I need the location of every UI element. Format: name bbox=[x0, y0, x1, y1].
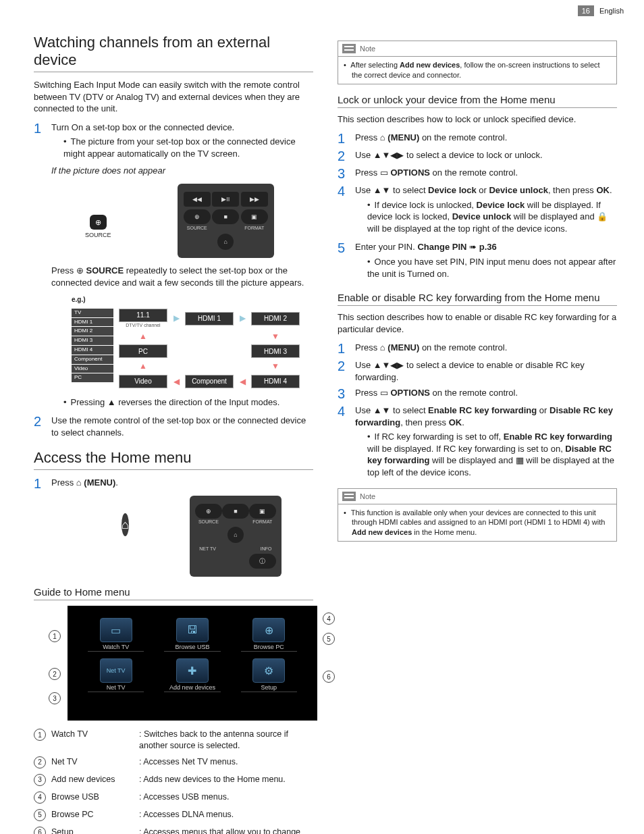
callout-4: 4 bbox=[323, 613, 335, 625]
callout-2: 2 bbox=[49, 668, 61, 680]
right-column: Note After selecting Add new devices, fo… bbox=[338, 34, 617, 834]
flow-grid: 11.1 DTV/TV channel ▶ HDMI 1 ▶ HDMI 2 ▲ bbox=[119, 309, 300, 391]
add-icon: ✚ bbox=[176, 658, 209, 683]
note-1-body: After selecting Add new devices, follow … bbox=[338, 56, 616, 84]
rc-step-1: Press ⌂ (MENU) on the remote control. bbox=[355, 342, 617, 355]
page-language: English bbox=[599, 7, 624, 15]
home-watch-tv: ▭Watch TV bbox=[88, 618, 144, 652]
eg-label: e.g.) bbox=[72, 295, 313, 305]
rc-step-4: Use ▲▼ to select Enable RC key forwardin… bbox=[355, 405, 617, 481]
step-2: Use the remote control of the set-top bo… bbox=[51, 415, 313, 438]
home-add-devices: ✚Add new devices bbox=[164, 658, 220, 692]
play-pause-icon: ▶II bbox=[212, 192, 239, 207]
lock-step-5: Enter your PIN. Change PIN ➠ p.36 Once y… bbox=[355, 241, 617, 282]
lock-step-5-sub: Once you have set PIN, PIN input menu do… bbox=[367, 256, 617, 280]
note-box-2: Note This function is available only whe… bbox=[338, 488, 617, 542]
heading-lock-unlock: Lock or unlock your device from the Home… bbox=[338, 94, 617, 108]
callout-1: 1 bbox=[49, 630, 61, 642]
page-header: 16 English bbox=[578, 5, 624, 16]
arrow-right-icon: ▶ bbox=[238, 313, 247, 323]
heading-watching-channels: Watching channels from an external devic… bbox=[34, 34, 313, 72]
home-menu-screenshot: ▭Watch TV 🖫Browse USB ⊕Browse PC Net TVN… bbox=[68, 606, 317, 721]
note-2-body: This function is available only when you… bbox=[338, 504, 616, 542]
home-browse-usb: 🖫Browse USB bbox=[164, 618, 220, 652]
press-source-text: Press ⊕ SOURCE repeatedly to select the … bbox=[51, 265, 313, 288]
input-list: TV HDMI 1 HDMI 2 HDMI 3 HDMI 4 Component… bbox=[72, 309, 113, 391]
home-inline-icon: ⌂ bbox=[76, 477, 82, 488]
callout-5: 5 bbox=[323, 633, 335, 645]
home-step-1: Press ⌂ (MENU). bbox=[51, 477, 313, 490]
home-setup: ⚙Setup bbox=[241, 658, 297, 692]
heading-access-home: Access the Home menu bbox=[34, 449, 313, 470]
note-icon bbox=[342, 44, 356, 53]
lock-inline-icon: 🔒 bbox=[597, 211, 608, 221]
rc-intro: This section describes how to enable or … bbox=[338, 311, 617, 335]
step-1: Turn On a set-top box or the connected d… bbox=[51, 122, 313, 411]
heading-rc-forwarding: Enable or disable RC key forwarding from… bbox=[338, 292, 617, 306]
page-number: 16 bbox=[578, 5, 594, 16]
source-icon: ⊕ bbox=[184, 209, 211, 224]
note-icon bbox=[342, 492, 356, 501]
arrow-right-icon: ▶ bbox=[171, 313, 181, 323]
options-inline-icon: ▭ bbox=[380, 167, 388, 178]
arrow-down-icon: ▼ bbox=[251, 331, 300, 342]
home-icon: ⌂ bbox=[217, 234, 234, 250]
lock-step-3: Press ▭ OPTIONS on the remote control. bbox=[355, 167, 617, 180]
home-inline-icon: ⌂ bbox=[380, 342, 385, 353]
lock-intro: This section describes how to lock or un… bbox=[338, 113, 617, 126]
gear-icon: ⚙ bbox=[252, 658, 285, 683]
nettv-icon: Net TV bbox=[100, 658, 132, 683]
rc-step-4-sub: If RC key forwarding is set to off, Enab… bbox=[367, 431, 617, 478]
stop-icon: ■ bbox=[212, 209, 239, 224]
source-button-graphic: ⊕ bbox=[90, 215, 107, 230]
home-legend: 1Watch TVSwitches back to the antenna so… bbox=[34, 729, 313, 834]
home-button-graphic: ⌂ bbox=[122, 513, 129, 536]
source-inline-icon: ⊕ bbox=[76, 265, 84, 276]
left-column: Watching channels from an external devic… bbox=[34, 34, 313, 834]
callout-6: 6 bbox=[323, 671, 335, 683]
info-icon: ⓘ bbox=[249, 554, 276, 569]
home-net-tv: Net TVNet TV bbox=[88, 658, 144, 692]
usb-icon: 🖫 bbox=[176, 618, 209, 642]
rewind-icon: ◀◀ bbox=[184, 192, 211, 207]
stop-icon: ■ bbox=[222, 504, 249, 519]
tv-icon: ▭ bbox=[100, 618, 132, 642]
lock-step-2: Use ▲▼◀▶ to select a device to lock or u… bbox=[355, 149, 617, 163]
home-browse-pc: ⊕Browse PC bbox=[241, 618, 297, 652]
lock-step-4: Use ▲▼ to select Device lock or Device u… bbox=[355, 184, 617, 237]
home-icon: ⌂ bbox=[227, 527, 244, 543]
pc-icon: ⊕ bbox=[252, 618, 285, 642]
source-icon: ⊕ bbox=[195, 504, 222, 519]
note-box-1: Note After selecting Add new devices, fo… bbox=[338, 41, 617, 84]
remote-figure: ⊕ SOURCE ◀◀ ▶II ▶▶ ⊕SOURCE ■ bbox=[85, 184, 274, 258]
home-inline-icon: ⌂ bbox=[380, 132, 385, 142]
arrow-left-icon: ◀ bbox=[171, 376, 181, 387]
rc-step-2: Use ▲▼◀▶ to select a device to enable or… bbox=[355, 359, 617, 383]
remote-graphic: ◀◀ ▶II ▶▶ ⊕SOURCE ■ ▣FORMAT ⌂ bbox=[178, 184, 274, 258]
rc-step-3: Press ▭ OPTIONS on the remote control. bbox=[355, 387, 617, 400]
intro-text: Switching Each Input Mode can easily swi… bbox=[34, 79, 313, 115]
arrow-down-icon: ▼ bbox=[251, 361, 300, 371]
arrow-left-icon: ◀ bbox=[238, 376, 247, 387]
if-picture-not-appear: If the picture does not appear bbox=[51, 165, 313, 177]
reverse-note: Pressing ▲ reverses the direction of the… bbox=[63, 396, 313, 409]
remote-inline-icon: ▦ bbox=[516, 455, 524, 465]
fast-forward-icon: ▶▶ bbox=[241, 192, 268, 207]
options-inline-icon: ▭ bbox=[380, 388, 388, 398]
input-diagram: TV HDMI 1 HDMI 2 HDMI 3 HDMI 4 Component… bbox=[72, 309, 313, 391]
callout-3: 3 bbox=[49, 692, 61, 704]
arrow-up-icon: ▲ bbox=[119, 361, 167, 371]
arrow-up-icon: ▲ bbox=[119, 331, 167, 342]
format-icon: ▣ bbox=[241, 209, 268, 224]
step-1-sub: The picture from your set-top box or the… bbox=[63, 136, 313, 159]
lock-step-1: Press ⌂ (MENU) on the remote control. bbox=[355, 132, 617, 145]
format-icon: ▣ bbox=[249, 504, 276, 519]
remote-figure-2: ⌂ ⊕SOURCE ■ ▣FORMAT ⌂ NET TV INFO ⓘ bbox=[122, 496, 257, 577]
lock-step-4-sub: If device lock is unlocked, Device lock … bbox=[367, 199, 617, 235]
heading-guide-home: Guide to Home menu bbox=[34, 586, 313, 600]
